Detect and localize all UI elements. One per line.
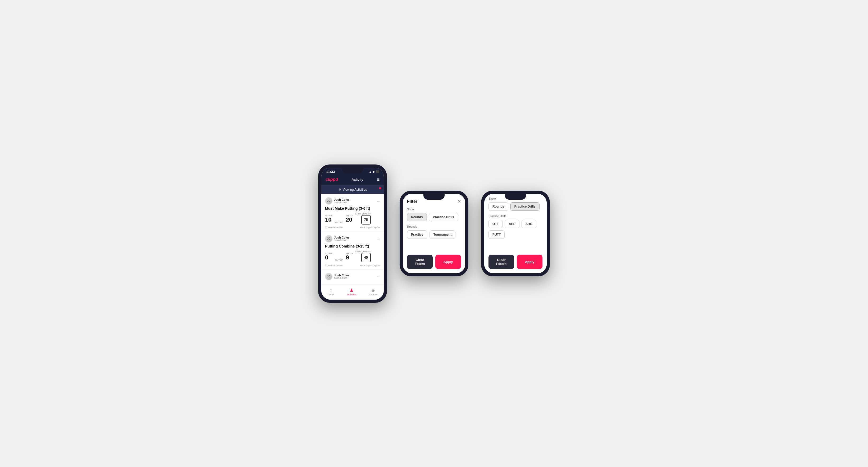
ott-btn-3[interactable]: OTT — [489, 220, 503, 228]
stats-row-2: Score 0 OUT OF Shots 9 Shot Quality 45 — [325, 250, 380, 262]
shots-value-2: 9 — [346, 255, 353, 260]
user-date-1: 28 Feb 2023 — [334, 201, 350, 204]
more-dots-1[interactable]: ··· — [377, 199, 380, 203]
app-btn-3[interactable]: APP — [505, 220, 520, 228]
score-value-1: 10 — [325, 217, 333, 223]
notch-2 — [424, 194, 444, 200]
drills-buttons-3: OTT APP ARG PUTT — [489, 220, 542, 239]
user-name-3: Josh Coles — [334, 274, 350, 277]
sheet-footer-2: Clear Filters Apply — [407, 255, 461, 269]
nav-activities[interactable]: ♟ Activities — [347, 288, 356, 296]
data-label-1: Data: Clippd Capture — [360, 226, 380, 229]
activity-card-2: JC Josh Coles 28 Feb 2023 ··· Putting Co… — [321, 232, 384, 270]
phone-3: 11:33 ▲ ◆ ⬛ clippd Activity ≡ ⚙ Viewing … — [481, 191, 550, 276]
viewing-bar-1[interactable]: ⚙ Viewing Activities — [321, 185, 384, 194]
avatar-3: JC — [325, 273, 333, 280]
user-info-2: JC Josh Coles 28 Feb 2023 — [325, 235, 350, 243]
scene: 11:33 ▲ ◆ ⬛ clippd Activity ≡ ⚙ Viewing … — [308, 149, 560, 319]
avatar-1: JC — [325, 197, 333, 205]
sheet-footer-3: Clear Filters Apply — [489, 255, 542, 269]
red-dot-1 — [379, 187, 381, 189]
card-header-3: JC Josh Coles 28 Feb 2023 ··· — [325, 273, 380, 280]
phone-1-inner: 11:33 ▲ ◆ ⬛ clippd Activity ≡ ⚙ Viewing … — [321, 168, 384, 300]
arg-btn-3[interactable]: ARG — [522, 220, 537, 228]
filter-sheet-2: Filter ✕ Show Rounds Practice Drills Rou… — [403, 194, 465, 273]
status-icons-1: ▲ ◆ ⬛ — [369, 170, 379, 173]
show-buttons-3: Rounds Practice Drills — [489, 202, 542, 211]
avatar-2: JC — [325, 235, 333, 243]
card-header-2: JC Josh Coles 28 Feb 2023 ··· — [325, 235, 380, 243]
menu-icon-1[interactable]: ≡ — [377, 177, 379, 183]
user-details-1: Josh Coles 28 Feb 2023 — [334, 198, 350, 204]
apply-btn-3[interactable]: Apply — [517, 255, 542, 269]
user-name-2: Josh Coles — [334, 236, 350, 239]
notch-3 — [505, 194, 526, 200]
phone-2-inner: 11:33 ▲ ◆ ⬛ clippd Activity ≡ ⚙ Viewing … — [403, 194, 465, 273]
phone-2: 11:33 ▲ ◆ ⬛ clippd Activity ≡ ⚙ Viewing … — [400, 191, 468, 276]
user-details-2: Josh Coles 28 Feb 2023 — [334, 236, 350, 242]
quality-group-2: Shot Quality 45 — [355, 250, 371, 262]
card-header-1: JC Josh Coles 28 Feb 2023 ··· — [325, 197, 380, 205]
activities-label: Activities — [347, 293, 356, 296]
show-buttons-2: Rounds Practice Drills — [407, 213, 461, 221]
out-of-1: OUT OF — [335, 221, 343, 224]
putt-btn-3[interactable]: PUTT — [489, 230, 505, 239]
activity-title-2: Putting Combine (3-15 ft) — [325, 244, 380, 248]
filter-icon-1: ⚙ — [338, 188, 341, 191]
score-group-1: Score 10 — [325, 214, 333, 223]
phone-3-inner: 11:33 ▲ ◆ ⬛ clippd Activity ≡ ⚙ Viewing … — [484, 194, 547, 273]
score-value-2: 0 — [325, 255, 333, 260]
filter-sheet-3: Filter ✕ Show Rounds Practice Drills Pra… — [484, 194, 547, 273]
stats-row-1: Score 10 OUT OF Shots 20 Shot Quality 75 — [325, 213, 380, 224]
out-of-2: OUT OF — [335, 259, 343, 262]
rounds-buttons-2: Practice Tournament — [407, 230, 461, 239]
practice-round-btn-2[interactable]: Practice — [407, 230, 427, 239]
user-details-3: Josh Coles 28 Feb 2023 — [334, 274, 350, 280]
viewing-label-1: Viewing Activities — [343, 188, 367, 191]
rounds-show-btn-2[interactable]: Rounds — [407, 213, 427, 221]
user-date-2: 28 Feb 2023 — [334, 239, 350, 242]
close-button-2[interactable]: ✕ — [458, 199, 461, 204]
nav-bar-1: clippd Activity ≡ — [321, 175, 384, 185]
card-footer-1: ⓘ Test Information Data: Clippd Capture — [325, 226, 380, 229]
capture-icon: ⊕ — [371, 288, 375, 293]
card-footer-2: ⓘ Test Information Data: Clippd Capture — [325, 264, 380, 267]
user-date-3: 28 Feb 2023 — [334, 277, 350, 280]
filter-title-2: Filter — [407, 199, 417, 204]
shots-group-1: Shots 20 — [346, 214, 353, 223]
logo-1: clippd — [326, 177, 338, 182]
quality-group-1: Shot Quality 75 — [355, 213, 371, 224]
wifi-icon: ◆ — [373, 170, 375, 173]
home-icon: ⌂ — [330, 288, 332, 292]
shots-value-1: 20 — [346, 217, 353, 223]
home-label: Home — [328, 293, 334, 295]
test-info-2: ⓘ Test Information — [325, 264, 343, 267]
clear-filters-btn-2[interactable]: Clear Filters — [407, 255, 433, 269]
activity-title-1: Must Make Putting (3-6 ft) — [325, 206, 380, 211]
quality-badge-2: 45 — [361, 253, 371, 262]
data-label-2: Data: Clippd Capture — [360, 264, 380, 267]
score-group-2: Score 0 — [325, 252, 333, 260]
apply-btn-2[interactable]: Apply — [435, 255, 461, 269]
nav-capture[interactable]: ⊕ Capture — [369, 288, 377, 296]
battery-icon: ⬛ — [376, 170, 379, 173]
practice-show-btn-3[interactable]: Practice Drills — [510, 202, 539, 211]
nav-home[interactable]: ⌂ Home — [328, 288, 334, 296]
quality-badge-1: 75 — [361, 215, 371, 224]
practice-show-btn-2[interactable]: Practice Drills — [429, 213, 458, 221]
notch-1 — [342, 168, 363, 174]
practice-drills-label-3: Practice Drills — [489, 214, 542, 218]
test-info-1: ⓘ Test Information — [325, 226, 343, 229]
quality-label-2: Shot Quality — [355, 250, 371, 253]
signal-icon: ▲ — [369, 170, 372, 173]
user-name-1: Josh Coles — [334, 198, 350, 201]
bottom-nav-1: ⌂ Home ♟ Activities ⊕ Capture — [321, 285, 384, 300]
activities-icon: ♟ — [350, 288, 353, 293]
shots-group-2: Shots 9 — [346, 252, 353, 260]
tournament-btn-2[interactable]: Tournament — [430, 230, 456, 239]
clear-filters-btn-3[interactable]: Clear Filters — [489, 255, 514, 269]
more-dots-2[interactable]: ··· — [377, 237, 380, 241]
rounds-show-btn-3[interactable]: Rounds — [489, 202, 508, 211]
activity-card-3: JC Josh Coles 28 Feb 2023 ··· — [321, 270, 384, 285]
more-dots-3[interactable]: ··· — [377, 275, 380, 279]
